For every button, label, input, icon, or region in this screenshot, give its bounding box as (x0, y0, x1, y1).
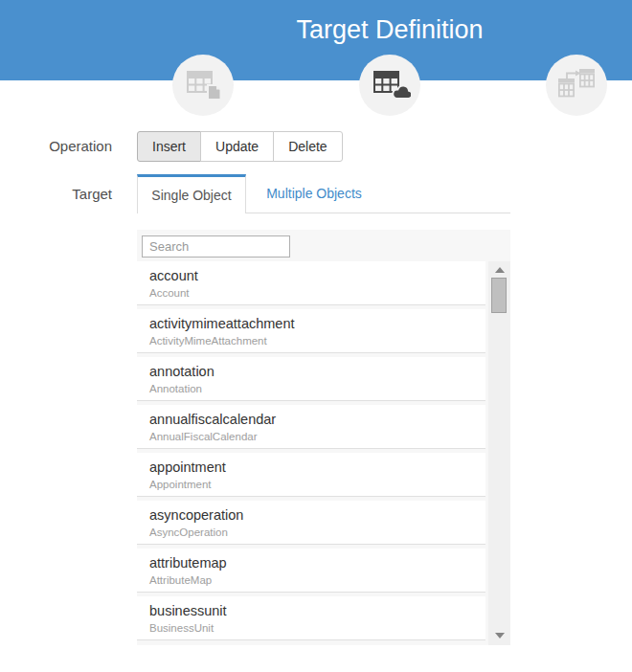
scrollbar-down-icon[interactable] (495, 633, 505, 638)
delete-button[interactable]: Delete (273, 131, 342, 162)
entity-logical-name: appointment (149, 459, 485, 475)
entity-logical-name: account (149, 268, 485, 283)
step-mapping[interactable] (546, 55, 607, 116)
tab-single-object[interactable]: Single Object (137, 174, 246, 213)
list-item-annotation[interactable]: annotation Annotation (137, 357, 485, 401)
entity-display-name: Appointment (149, 479, 485, 490)
page-title: Target Definition (296, 15, 483, 45)
entity-logical-name: businessunit (149, 603, 485, 618)
step-source[interactable] (172, 55, 234, 116)
entity-picker-panel: account Account activitymimeattachment A… (137, 230, 510, 645)
entity-list: account Account activitymimeattachment A… (137, 261, 510, 645)
insert-button[interactable]: Insert (137, 131, 201, 162)
operation-button-group: Insert Update Delete (137, 131, 343, 162)
list-item-attributemap[interactable]: attributemap AttributeMap (137, 549, 485, 593)
entity-logical-name: annualfiscalcalendar (149, 412, 485, 427)
entity-display-name: AsyncOperation (149, 526, 485, 538)
wizard-header: Target Definition (0, 0, 632, 80)
list-item-annualfiscalcalendar[interactable]: annualfiscalcalendar AnnualFiscalCalenda… (137, 405, 485, 449)
table-mapping-icon (555, 64, 598, 106)
table-document-icon (182, 64, 224, 106)
entity-logical-name: asyncoperation (149, 507, 485, 523)
list-item-appointment[interactable]: appointment Appointment (137, 453, 485, 497)
target-label: Target (0, 174, 112, 213)
list-item-account[interactable]: account Account (137, 261, 485, 305)
entity-logical-name: attributemap (149, 555, 485, 571)
entity-display-name: ActivityMimeAttachment (149, 335, 485, 347)
entity-display-name: Account (149, 287, 485, 299)
operation-label: Operation (0, 131, 112, 162)
tab-multiple-objects[interactable]: Multiple Objects (246, 174, 382, 213)
list-item-activitymimeattachment[interactable]: activitymimeattachment ActivityMimeAttac… (137, 309, 485, 353)
list-item-asyncoperation[interactable]: asyncoperation AsyncOperation (137, 501, 485, 545)
entity-display-name: Annotation (149, 383, 485, 394)
search-input[interactable] (142, 235, 290, 258)
entity-display-name: AttributeMap (149, 574, 485, 586)
scrollbar-up-icon[interactable] (495, 267, 505, 273)
scrollbar-thumb[interactable] (491, 278, 507, 313)
target-tabs: Single Object Multiple Objects (137, 174, 510, 213)
list-item-businessunit[interactable]: businessunit BusinessUnit (137, 596, 485, 640)
entity-display-name: AnnualFiscalCalendar (149, 431, 485, 442)
entity-logical-name: annotation (149, 364, 485, 379)
entity-display-name: BusinessUnit (149, 622, 485, 634)
table-cloud-icon (369, 64, 411, 106)
entity-logical-name: activitymimeattachment (149, 316, 485, 331)
update-button[interactable]: Update (200, 131, 274, 162)
list-scrollbar[interactable] (488, 261, 510, 645)
step-target[interactable] (359, 55, 420, 116)
